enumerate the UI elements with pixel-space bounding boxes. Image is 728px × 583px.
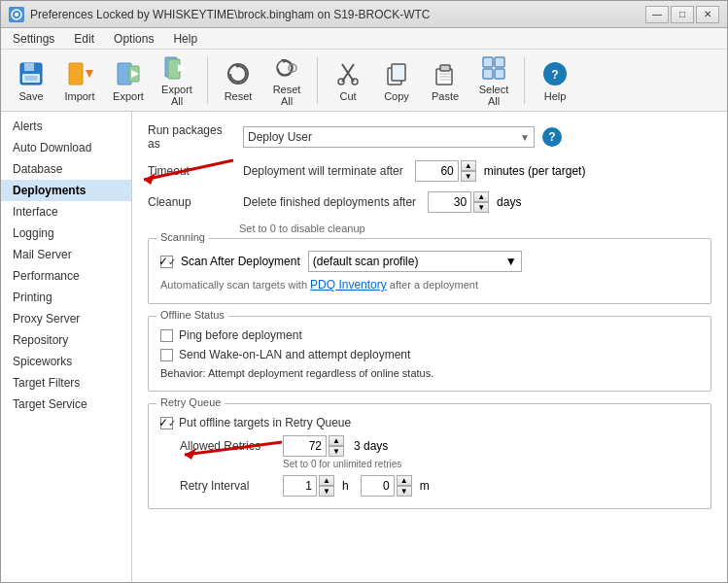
export-label: Export [113, 90, 144, 102]
sidebar-item-auto-download[interactable]: Auto Download [1, 137, 131, 158]
import-button[interactable]: Import [57, 54, 102, 107]
svg-rect-32 [483, 69, 493, 79]
retry-minutes-down-button[interactable]: ▼ [397, 486, 412, 497]
maximize-button[interactable]: □ [671, 6, 694, 23]
timeout-label: Timeout [148, 164, 235, 178]
reset-label: Reset [225, 90, 253, 102]
sidebar-item-target-service[interactable]: Target Service [1, 394, 131, 415]
retry-minutes-input[interactable] [361, 475, 395, 497]
allowed-retries-spinner: ▲ ▼ [329, 435, 344, 457]
svg-rect-31 [495, 57, 504, 67]
svg-rect-33 [495, 69, 504, 79]
allowed-retries-suffix: 3 days [354, 439, 388, 453]
retry-interval-label: Retry Interval [180, 479, 277, 493]
allowed-retries-number: ▲ ▼ [283, 435, 344, 457]
retry-queue-checkbox-row: ✓ Put offline targets in Retry Queue [160, 416, 699, 429]
menu-settings[interactable]: Settings [5, 30, 62, 48]
menu-options[interactable]: Options [106, 30, 161, 48]
ping-checkbox[interactable] [160, 329, 173, 342]
allowed-retries-input[interactable] [283, 435, 327, 457]
scan-hint: Automatically scan targets with PDQ Inve… [160, 278, 699, 292]
menu-bar: Settings Edit Options Help [1, 28, 727, 50]
sidebar-item-database[interactable]: Database [1, 158, 131, 180]
reset-all-button[interactable]: Reset All [264, 54, 309, 107]
retry-hours-up-button[interactable]: ▲ [319, 475, 334, 486]
timeout-number: ▲ ▼ [415, 160, 476, 182]
cut-label: Cut [339, 90, 356, 102]
paste-label: Paste [432, 90, 459, 102]
cut-button[interactable]: Cut [326, 54, 370, 107]
allowed-retries-up-button[interactable]: ▲ [329, 435, 344, 446]
sidebar-item-interface[interactable]: Interface [1, 201, 131, 223]
select-all-button[interactable]: Select All [471, 54, 516, 107]
scan-after-deployment-checkbox[interactable]: ✓ [160, 256, 173, 268]
retry-minutes-up-button[interactable]: ▲ [397, 475, 412, 486]
retry-hours-input[interactable] [283, 475, 317, 497]
cleanup-input[interactable] [428, 191, 471, 213]
title-bar: Preferences Locked by WHISKEYTIME\brock.… [1, 1, 727, 28]
sidebar-item-performance[interactable]: Performance [1, 265, 131, 287]
sidebar-item-mail-server[interactable]: Mail Server [1, 244, 131, 265]
run-packages-select[interactable]: Deploy User ▼ [243, 126, 535, 148]
export-all-button[interactable]: Export All [155, 54, 199, 107]
menu-help[interactable]: Help [165, 30, 205, 48]
toolbar: Save Import Export Export All [1, 50, 727, 112]
reset-all-label: Reset All [267, 84, 306, 107]
allowed-retries-down-button[interactable]: ▼ [329, 446, 344, 457]
retry-queue-checkbox[interactable]: ✓ [160, 417, 173, 429]
scanning-section: Scanning ✓ Scan After Deployment (defaul… [148, 238, 711, 304]
copy-label: Copy [384, 90, 409, 102]
retry-queue-title: Retry Queue [156, 396, 225, 408]
export-button[interactable]: Export [106, 54, 151, 107]
cleanup-down-button[interactable]: ▼ [473, 202, 489, 213]
cleanup-up-button[interactable]: ▲ [473, 191, 489, 202]
retry-minutes-spinner: ▲ ▼ [397, 475, 412, 497]
retry-interval-row: Retry Interval ▲ ▼ h [180, 475, 699, 497]
scanning-content: ✓ Scan After Deployment (default scan pr… [160, 251, 699, 292]
paste-button[interactable]: Paste [423, 54, 468, 107]
sidebar-item-alerts[interactable]: Alerts [1, 116, 131, 137]
scan-profile-select[interactable]: (default scan profile) ▼ [308, 251, 522, 272]
timeout-up-button[interactable]: ▲ [461, 160, 476, 171]
retry-hours-down-button[interactable]: ▼ [319, 486, 334, 497]
title-bar-buttons: — □ ✕ [645, 6, 719, 23]
sidebar-item-logging[interactable]: Logging [1, 223, 131, 244]
cleanup-row: Cleanup Delete finished deployments afte… [148, 191, 711, 213]
unlimited-retries-hint: Set to 0 for unlimited retries [180, 459, 699, 469]
export-icon [113, 59, 144, 88]
sidebar-item-target-filters[interactable]: Target Filters [1, 372, 131, 394]
timeout-input[interactable] [415, 160, 459, 182]
sidebar-item-spiceworks[interactable]: Spiceworks [1, 351, 131, 372]
toolbar-separator-3 [524, 57, 525, 104]
allowed-retries-row: Allowed Retries ▲ ▼ 3 days [180, 435, 699, 457]
timeout-prefix: Deployment will terminate after [243, 164, 403, 178]
help-button[interactable]: ? Help [533, 54, 577, 107]
menu-edit[interactable]: Edit [66, 30, 102, 48]
svg-rect-6 [69, 63, 83, 85]
wol-checkbox[interactable] [160, 349, 173, 361]
close-button[interactable]: ✕ [696, 6, 719, 23]
save-button[interactable]: Save [9, 54, 53, 107]
minimize-button[interactable]: — [645, 6, 669, 23]
cut-icon [332, 59, 364, 88]
sidebar-item-printing[interactable]: Printing [1, 287, 131, 308]
sidebar-item-proxy-server[interactable]: Proxy Server [1, 308, 131, 329]
offline-status-title: Offline Status [156, 309, 228, 321]
select-all-icon [478, 54, 509, 82]
svg-rect-3 [24, 63, 34, 71]
reset-icon [223, 59, 254, 88]
copy-button[interactable]: Copy [374, 54, 419, 107]
reset-button[interactable]: Reset [216, 54, 260, 107]
main-window: Preferences Locked by WHISKEYTIME\brock.… [0, 0, 728, 583]
timeout-down-button[interactable]: ▼ [461, 171, 476, 182]
cleanup-row-wrapper: Cleanup Delete finished deployments afte… [148, 191, 711, 234]
sidebar-item-deployments[interactable]: Deployments [1, 180, 131, 201]
sidebar-item-repository[interactable]: Repository [1, 329, 131, 351]
toolbar-separator-1 [207, 57, 208, 104]
run-packages-help-icon[interactable]: ? [542, 127, 562, 147]
pdq-inventory-link[interactable]: PDQ Inventory [310, 278, 387, 292]
retry-minutes-number: ▲ ▼ [361, 475, 412, 497]
svg-point-1 [15, 13, 18, 17]
import-label: Import [64, 90, 94, 102]
save-icon [16, 59, 47, 88]
